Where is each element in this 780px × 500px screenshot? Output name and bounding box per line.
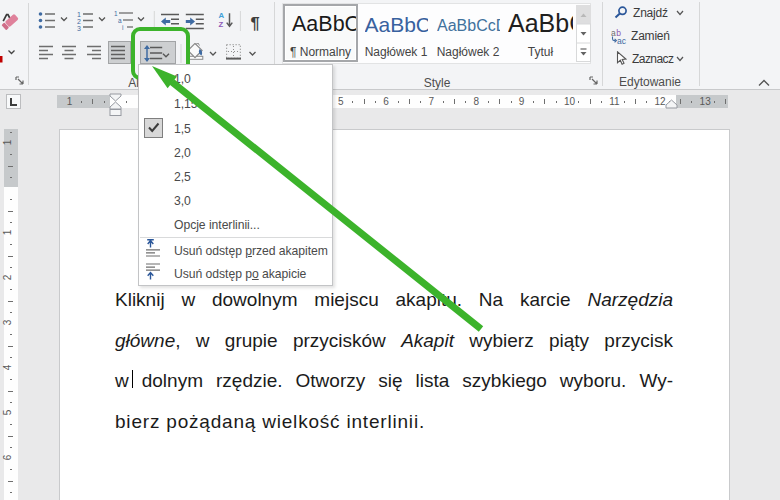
svg-text:Z: Z bbox=[219, 20, 224, 29]
svg-text:¶: ¶ bbox=[251, 14, 260, 32]
svg-text:1: 1 bbox=[77, 11, 81, 18]
svg-text:A: A bbox=[219, 11, 225, 20]
svg-text:2: 2 bbox=[77, 18, 81, 25]
svg-text:3: 3 bbox=[77, 25, 81, 32]
svg-text:i: i bbox=[122, 24, 123, 31]
svg-text:a: a bbox=[118, 17, 122, 24]
svg-text:ac: ac bbox=[617, 36, 627, 45]
svg-text:1: 1 bbox=[114, 10, 118, 17]
